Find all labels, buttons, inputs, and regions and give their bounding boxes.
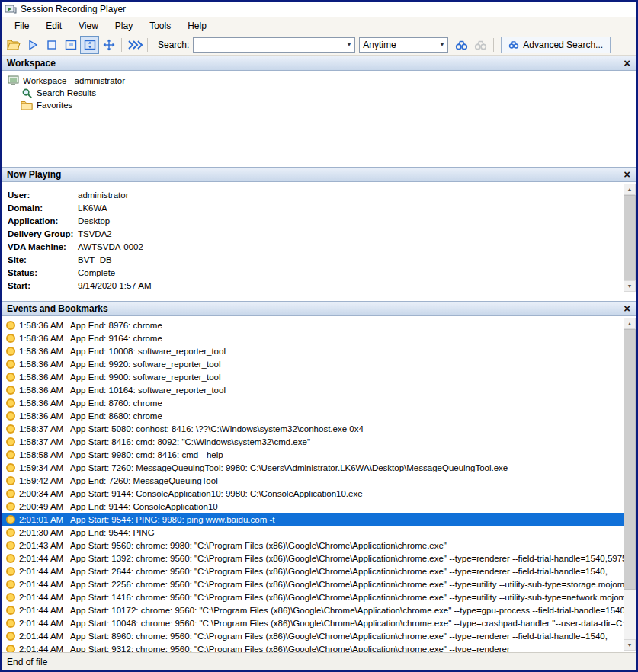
event-bookmark-icon [6, 515, 15, 524]
event-time: 1:58:36 AM [19, 321, 70, 330]
field-value: BVT_DB [78, 255, 112, 264]
event-row[interactable]: 2:01:43 AMApp Start: 9560: chrome: 9980:… [2, 539, 624, 552]
field-label: User: [8, 190, 78, 200]
event-row[interactable]: 2:01:44 AMApp Start: 10048: chrome: 9560… [2, 616, 624, 629]
event-time: 1:58:36 AM [19, 398, 70, 408]
event-row[interactable]: 2:01:01 AMApp Start: 9544: PING: 9980: p… [2, 513, 624, 526]
pan-button[interactable] [99, 36, 118, 54]
event-time: 2:01:01 AM [19, 515, 70, 524]
tree-item-search-results[interactable]: Search Results [7, 87, 636, 99]
titlebar: Session Recording Player [2, 2, 636, 17]
chevron-down-icon[interactable]: ▼ [343, 42, 354, 47]
scrollbar-thumb[interactable] [624, 195, 636, 280]
event-bookmark-icon [6, 567, 15, 576]
search-input[interactable]: ▼ [193, 37, 355, 53]
now-playing-field: Delivery Group:TSVDA2 [8, 227, 636, 240]
event-row[interactable]: 1:58:36 AMApp End: 9920: software_report… [2, 357, 624, 370]
favorites-folder-icon [21, 99, 33, 111]
scrollbar-track[interactable] [624, 329, 636, 639]
events-list: 1:58:36 AMApp End: 8976: chrome1:58:36 A… [2, 316, 624, 652]
play-icon [27, 40, 38, 50]
search-results-icon [21, 87, 33, 99]
menu-tools[interactable]: Tools [141, 18, 179, 34]
event-row[interactable]: 2:01:44 AMApp Start: 9312: chrome: 9560:… [2, 642, 624, 652]
event-text: App Start: 1416: chrome: 9560: "C:\Progr… [70, 593, 624, 602]
now-playing-scrollbar[interactable]: ▲ ▼ [624, 184, 636, 292]
events-scrollbar[interactable]: ▲ ▼ [624, 318, 636, 651]
event-row[interactable]: 1:58:37 AMApp Start: 5080: conhost: 8416… [2, 422, 624, 435]
event-time: 1:58:36 AM [19, 373, 70, 382]
event-row[interactable]: 1:58:36 AMApp End: 8760: chrome [2, 396, 624, 409]
scroll-up-icon[interactable]: ▲ [624, 318, 636, 329]
event-row[interactable]: 2:01:44 AMApp Start: 2256: chrome: 9560:… [2, 578, 624, 590]
tree-item-workspace-administrator[interactable]: Workspace - administrator [7, 75, 636, 87]
event-row[interactable]: 2:01:44 AMApp Start: 10172: chrome: 9560… [2, 603, 624, 616]
event-row[interactable]: 2:01:44 AMApp Start: 1392: chrome: 9560:… [2, 552, 624, 565]
stop-icon [46, 40, 57, 50]
event-text: App Start: 9544: PING: 9980: ping www.ba… [70, 515, 624, 524]
time-filter-value[interactable]: Anytime [360, 40, 436, 50]
play-button[interactable] [23, 36, 42, 54]
event-row[interactable]: 2:01:44 AMApp Start: 1416: chrome: 9560:… [2, 590, 624, 603]
field-value: administrator [78, 190, 128, 200]
window-title: Session Recording Player [21, 4, 126, 14]
events-panel-header: Events and Bookmarks × [2, 301, 636, 316]
original-size-button[interactable] [61, 36, 80, 54]
stop-button[interactable] [42, 36, 61, 54]
event-row[interactable]: 1:59:34 AMApp Start: 7260: MessageQueuin… [2, 461, 624, 474]
event-time: 2:01:44 AM [19, 645, 70, 653]
field-label: Status: [8, 268, 78, 277]
now-playing-field: VDA Machine:AWTSVDA-0002 [8, 240, 636, 253]
event-row[interactable]: 2:01:44 AMApp Start: 2644: chrome: 9560:… [2, 565, 624, 578]
event-row[interactable]: 2:01:30 AMApp End: 9544: PING [2, 526, 624, 539]
search-backward-button[interactable] [471, 36, 490, 54]
field-value: AWTSVDA-0002 [78, 242, 143, 251]
scroll-down-icon[interactable]: ▼ [624, 639, 636, 651]
scroll-down-icon[interactable]: ▼ [624, 280, 636, 292]
event-row[interactable]: 1:58:36 AMApp End: 8976: chrome [2, 318, 624, 331]
event-row[interactable]: 1:59:42 AMApp End: 7260: MessageQueuingT… [2, 474, 624, 487]
event-text: App Start: 9144: ConsoleApplication10: 9… [70, 489, 624, 498]
chevron-down-icon[interactable]: ▼ [436, 42, 447, 47]
event-row[interactable]: 2:00:49 AMApp End: 9144: ConsoleApplicat… [2, 500, 624, 513]
event-row[interactable]: 1:58:37 AMApp Start: 8416: cmd: 8092: "C… [2, 435, 624, 448]
event-row[interactable]: 1:58:36 AMApp End: 10008: software_repor… [2, 344, 624, 357]
event-time: 2:01:43 AM [19, 541, 70, 550]
menu-file[interactable]: File [6, 18, 37, 34]
close-icon[interactable]: × [623, 169, 631, 180]
menu-edit[interactable]: Edit [37, 18, 70, 34]
event-row[interactable]: 2:00:34 AMApp Start: 9144: ConsoleApplic… [2, 487, 624, 500]
event-row[interactable]: 1:58:36 AMApp End: 9164: chrome [2, 331, 624, 344]
time-filter-dropdown[interactable]: Anytime ▼ [359, 37, 448, 53]
scrollbar-track[interactable] [624, 195, 636, 280]
event-time: 2:00:34 AM [19, 489, 70, 498]
workspace-tree: Workspace - administratorSearch ResultsF… [2, 71, 636, 163]
fast-review-button[interactable] [125, 36, 144, 54]
tree-item-label: Search Results [37, 88, 96, 98]
advanced-search-button[interactable]: Advanced Search... [501, 37, 611, 53]
scrollbar-thumb[interactable] [624, 329, 636, 590]
scale-to-fit-button[interactable] [80, 36, 99, 54]
workspace-icon [7, 75, 19, 87]
event-row[interactable]: 1:58:58 AMApp Start: 9980: cmd: 8416: cm… [2, 448, 624, 461]
field-label: Application: [8, 216, 78, 226]
event-row[interactable]: 2:01:44 AMApp Start: 8960: chrome: 9560:… [2, 629, 624, 642]
menu-view[interactable]: View [70, 18, 107, 34]
menu-play[interactable]: Play [107, 18, 141, 34]
now-playing-fields: User:administratorDomain:LK6WAApplicatio… [2, 182, 636, 292]
search-forward-button[interactable] [452, 36, 471, 54]
tree-item-favorites[interactable]: Favorites [7, 99, 636, 111]
event-bookmark-icon [6, 437, 15, 446]
open-button[interactable] [4, 36, 23, 54]
event-row[interactable]: 1:58:36 AMApp End: 10164: software_repor… [2, 383, 624, 396]
event-row[interactable]: 1:58:36 AMApp End: 8680: chrome [2, 409, 624, 422]
close-icon[interactable]: × [623, 303, 631, 314]
scroll-up-icon[interactable]: ▲ [624, 184, 636, 195]
status-bar: End of file [2, 652, 636, 670]
close-icon[interactable]: × [623, 58, 631, 69]
now-playing-field: Application:Desktop [8, 214, 636, 227]
event-bookmark-icon [6, 424, 15, 434]
panel-splitter[interactable] [2, 293, 636, 301]
menu-help[interactable]: Help [179, 18, 215, 34]
event-row[interactable]: 1:58:36 AMApp End: 9900: software_report… [2, 370, 624, 383]
